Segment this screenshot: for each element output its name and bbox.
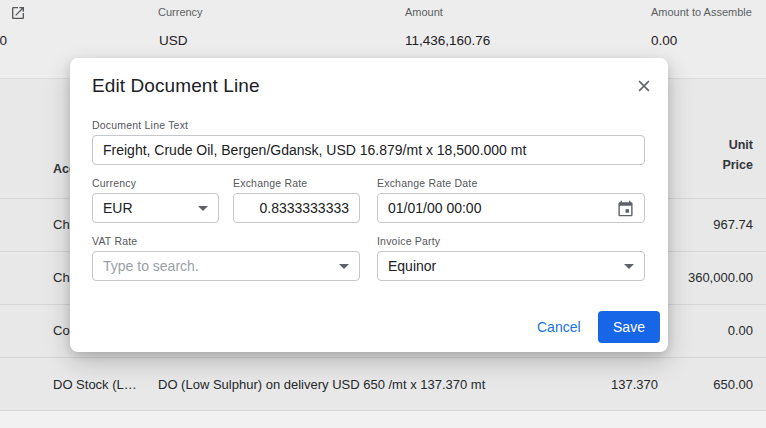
exchange-rate-date-input[interactable]: 01/01/00 00:00 bbox=[377, 193, 645, 223]
cancel-button[interactable]: Cancel bbox=[537, 319, 579, 335]
close-icon[interactable] bbox=[632, 74, 656, 98]
exchange-rate-date-value: 01/01/00 00:00 bbox=[388, 200, 617, 216]
table-row-account: Co bbox=[53, 323, 70, 338]
table-row-account: Ch bbox=[53, 270, 70, 285]
save-button[interactable]: Save bbox=[598, 311, 660, 343]
app-root: Currency Amount Amount to Assemble 00 US… bbox=[0, 0, 766, 428]
summary-col-currency: Currency bbox=[158, 6, 203, 18]
next-row-strip bbox=[0, 411, 766, 428]
vat-rate-label: VAT Rate bbox=[92, 235, 137, 247]
document-line-text-input[interactable] bbox=[92, 135, 645, 165]
dialog-title: Edit Document Line bbox=[92, 75, 260, 97]
vat-rate-placeholder: Type to search. bbox=[103, 258, 331, 274]
chevron-down-icon bbox=[624, 264, 634, 269]
summary-cell-amount-to-assemble: 0.00 bbox=[651, 33, 677, 48]
invoice-party-label: Invoice Party bbox=[377, 235, 440, 247]
currency-select[interactable]: EUR bbox=[92, 193, 219, 223]
chevron-down-icon bbox=[339, 264, 349, 269]
summary-cell-amount: 11,436,160.76 bbox=[405, 33, 490, 48]
summary-left-fragment: 00 bbox=[0, 33, 7, 48]
lines-col-unit-price-line2: Price bbox=[653, 158, 753, 172]
invoice-party-select[interactable]: Equinor bbox=[377, 251, 645, 281]
open-in-new-icon[interactable] bbox=[10, 5, 26, 21]
currency-value: EUR bbox=[103, 200, 190, 216]
invoice-party-value: Equinor bbox=[388, 258, 616, 274]
chevron-down-icon bbox=[198, 206, 208, 211]
table-row-account: Ch bbox=[53, 217, 70, 232]
table-row-description: DO (Low Sulphur) on delivery USD 650 /mt… bbox=[158, 377, 485, 392]
vat-rate-select[interactable]: Type to search. bbox=[92, 251, 360, 281]
calendar-icon[interactable] bbox=[617, 200, 634, 217]
edit-document-line-dialog: Edit Document Line Document Line Text Cu… bbox=[70, 58, 668, 352]
summary-cell-currency: USD bbox=[159, 33, 188, 48]
exchange-rate-input[interactable] bbox=[233, 193, 360, 223]
document-line-text-label: Document Line Text bbox=[92, 119, 188, 131]
lines-col-unit-price-line1: Unit bbox=[653, 138, 753, 152]
table-row-account: DO Stock (L… bbox=[53, 377, 137, 392]
exchange-rate-date-label: Exchange Rate Date bbox=[377, 177, 478, 189]
summary-col-amount: Amount bbox=[405, 6, 443, 18]
summary-col-amount-to-assemble: Amount to Assemble bbox=[651, 6, 752, 18]
currency-label: Currency bbox=[92, 177, 136, 189]
table-row-unit-price: 650.00 bbox=[623, 377, 753, 392]
exchange-rate-label: Exchange Rate bbox=[233, 177, 307, 189]
